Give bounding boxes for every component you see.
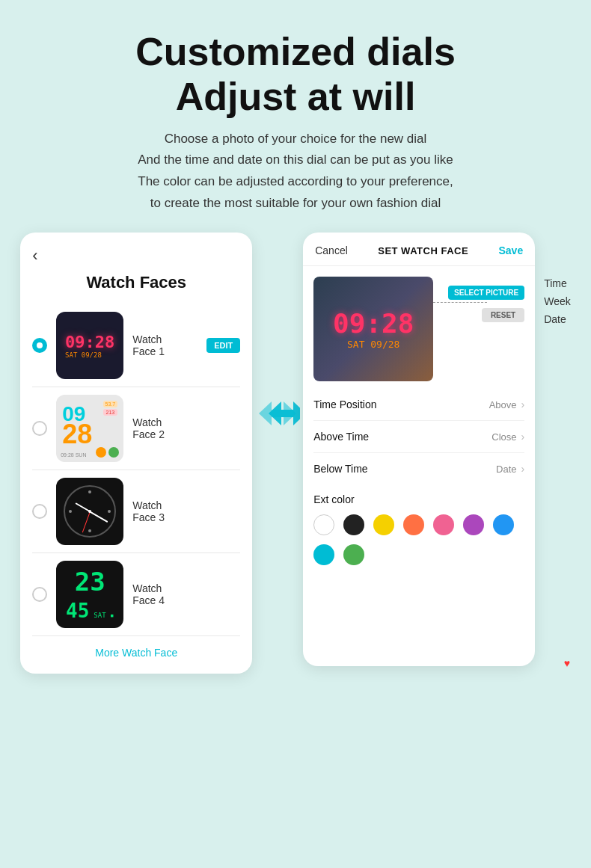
desc-line4: to create the most suitable for your own…	[150, 196, 441, 210]
connector-line	[433, 302, 487, 303]
set-watch-face-title: SET WATCH FACE	[378, 245, 468, 256]
watch-face-item-4[interactable]: 23 45 SAT ▪ WatchFace 4	[32, 553, 240, 636]
time-position-label: Time Position	[313, 398, 376, 410]
watch-preview-area: 09:28 SAT 09/28 SELECT PICTURE RESET	[303, 266, 535, 389]
color-swatch-white[interactable]	[313, 514, 334, 535]
chevron-right-icon-2: ›	[521, 431, 525, 443]
wf4-sat: SAT ▪	[94, 612, 114, 619]
wf3-label: WatchFace 3	[132, 499, 240, 523]
cancel-button[interactable]: Cancel	[315, 244, 348, 256]
above-time-label: Above Time	[313, 431, 369, 443]
desc-line3: The color can be adjusted according to y…	[138, 174, 453, 188]
chevron-right-icon: ›	[521, 398, 525, 410]
radio-wf1[interactable]	[32, 338, 47, 353]
watch-face-item-2[interactable]: 09 28 53.7 213 09:28 SUN WatchFace 2	[32, 387, 240, 470]
color-swatch-purple[interactable]	[463, 514, 484, 535]
wf4-hour: 23	[75, 567, 105, 597]
navigation-arrow	[252, 397, 303, 430]
time-label: Time	[544, 277, 571, 289]
wf1-time: 09:28	[65, 333, 114, 351]
side-labels: Time Week Date	[535, 233, 571, 325]
color-swatch-green[interactable]	[343, 544, 364, 565]
color-swatch-pink[interactable]	[433, 514, 454, 535]
watch-preview-image: 09:28 SAT 09/28	[313, 277, 433, 381]
minute-hand	[90, 511, 108, 523]
title-line2: Adjust at will	[176, 75, 416, 118]
color-swatch-yellow[interactable]	[373, 514, 394, 535]
color-swatch-teal[interactable]	[313, 544, 334, 565]
wf2-label: WatchFace 2	[132, 416, 240, 440]
edit-button-wf1[interactable]: EDIT	[206, 338, 240, 353]
above-time-row[interactable]: Above Time Close ›	[313, 421, 524, 453]
right-phone-header: Cancel SET WATCH FACE Save	[303, 233, 535, 266]
wf2-bottom: 09:28 SUN	[61, 452, 86, 458]
ext-color-label: Ext color	[313, 493, 524, 505]
watch-faces-title: Watch Faces	[32, 273, 240, 292]
color-swatches	[313, 514, 524, 565]
color-swatch-orange[interactable]	[403, 514, 424, 535]
watch-thumb-4: 23 45 SAT ▪	[56, 561, 123, 628]
watch-thumb-2: 09 28 53.7 213 09:28 SUN	[56, 395, 123, 462]
below-time-label: Below Time	[313, 463, 367, 475]
title-line1: Customized dials	[135, 30, 456, 73]
radio-wf3[interactable]	[32, 504, 47, 519]
phones-container: ‹ Watch Faces 09:28 SAT 09/28 WatchFace …	[15, 233, 576, 674]
watch-thumb-3: ♥	[56, 478, 123, 545]
week-label: Week	[544, 295, 571, 307]
desc-line1: Choose a photo of your choice for the ne…	[165, 132, 427, 146]
right-phone: Cancel SET WATCH FACE Save 09:28 SAT 09/…	[303, 233, 535, 666]
header-section: Customized dials Adjust at will Choose a…	[15, 30, 576, 215]
watch-face-item-3[interactable]: ♥ WatchFace 3	[32, 470, 240, 553]
preview-date: SAT 09/28	[333, 339, 414, 350]
watch-face-item-1[interactable]: 09:28 SAT 09/28 WatchFace 1 EDIT	[32, 304, 240, 387]
watch-thumb-1: 09:28 SAT 09/28	[56, 312, 123, 379]
reset-button[interactable]: RESET	[482, 308, 524, 322]
settings-list: Time Position Above › Above Time Close ›…	[303, 389, 535, 484]
more-watch-face-link[interactable]: More Watch Face	[32, 647, 240, 659]
color-swatch-black[interactable]	[343, 514, 364, 535]
above-time-value: Close ›	[492, 431, 524, 443]
ext-color-section: Ext color	[303, 484, 535, 577]
chevron-right-icon-3: ›	[521, 463, 525, 475]
below-time-row[interactable]: Below Time Date ›	[313, 453, 524, 484]
below-time-value: Date ›	[496, 463, 524, 475]
time-position-row[interactable]: Time Position Above ›	[313, 389, 524, 421]
analog-clock	[64, 485, 116, 538]
date-label: Date	[544, 313, 571, 325]
back-button[interactable]: ‹	[32, 246, 240, 265]
wf1-date: SAT 09/28	[65, 351, 114, 359]
main-title: Customized dials Adjust at will	[15, 30, 576, 120]
desc-line2: And the time and date on this dial can b…	[138, 153, 453, 167]
radio-wf4[interactable]	[32, 587, 47, 602]
time-position-value: Above ›	[489, 398, 525, 410]
wf4-min: 45	[66, 600, 89, 622]
select-picture-button[interactable]: SELECT PICTURE	[448, 286, 524, 300]
save-button[interactable]: Save	[499, 244, 524, 256]
wf4-label: WatchFace 4	[132, 582, 240, 606]
radio-wf2[interactable]	[32, 421, 47, 436]
wf1-label: WatchFace 1	[132, 333, 197, 357]
subtitle-text: Choose a photo of your choice for the ne…	[49, 129, 542, 215]
preview-time: 09:28	[333, 308, 414, 339]
left-phone: ‹ Watch Faces 09:28 SAT 09/28 WatchFace …	[20, 233, 252, 674]
wf2-min: 28	[62, 419, 92, 450]
color-swatch-blue[interactable]	[493, 514, 514, 535]
